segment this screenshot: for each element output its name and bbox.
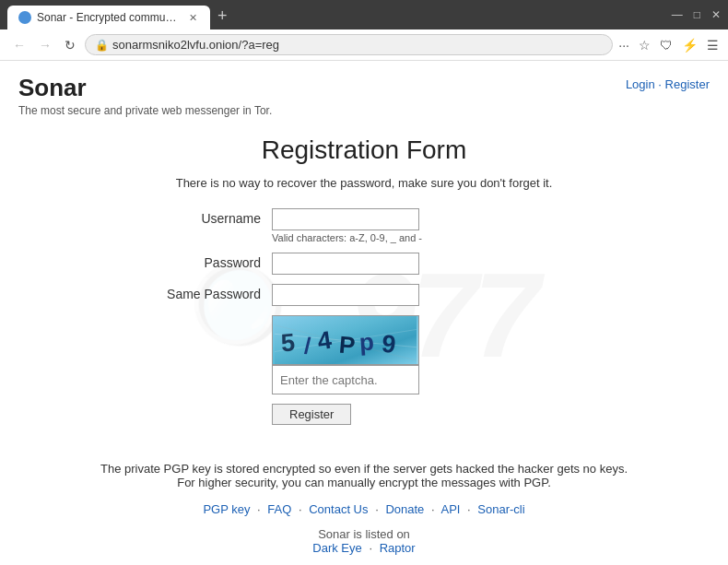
shield-icon: 🛡: [660, 38, 673, 53]
password-input[interactable]: [272, 253, 419, 275]
maximize-button[interactable]: □: [694, 8, 700, 21]
svg-text:P: P: [338, 331, 357, 359]
captcha-input[interactable]: [272, 365, 419, 394]
bookmark-icon[interactable]: ☆: [639, 38, 651, 53]
footer-sep5: ·: [467, 502, 471, 516]
footer-raptor-link[interactable]: Raptor: [380, 541, 416, 555]
footer-pgp-line1: The private PGP key is stored encrypted …: [37, 462, 691, 476]
refresh-button[interactable]: ↻: [61, 36, 79, 54]
same-password-row: Same Password: [161, 284, 567, 306]
footer-sep2: ·: [299, 502, 302, 516]
footer-pgp-key-link[interactable]: PGP key: [203, 502, 250, 516]
browser-titlebar: Sonar - Encrypted communica... ✕ + — □ ✕: [0, 0, 728, 29]
site-header: Sonar The most secure and private web me…: [0, 61, 728, 126]
site-tagline: The most secure and private web messenge…: [18, 104, 272, 117]
footer-listing-sep: ·: [369, 541, 372, 555]
site-logo: Sonar: [18, 74, 272, 102]
username-row: Username Valid characters: a-Z, 0-9, _ a…: [161, 208, 567, 243]
footer-contact-link[interactable]: Contact Us: [309, 502, 368, 516]
username-hint: Valid characters: a-Z, 0-9, _ and -: [272, 232, 567, 243]
new-tab-button[interactable]: +: [210, 6, 235, 29]
site-footer: The private PGP key is stored encrypted …: [0, 443, 728, 565]
menu-button[interactable]: ☰: [707, 38, 719, 53]
page-title: Registration Form: [37, 135, 691, 165]
address-bar[interactable]: 🔒 sonarmsniko2lvfu.onion/?a=reg: [85, 34, 613, 55]
nav-extras: ··· ☆ 🛡 ⚡ ☰: [618, 38, 719, 53]
footer-listing-links: Dark Eye · Raptor: [37, 541, 691, 555]
url-text: sonarmsniko2lvfu.onion/?a=reg: [112, 38, 279, 52]
same-password-input[interactable]: [272, 284, 419, 306]
footer-pgp-info: The private PGP key is stored encrypted …: [37, 462, 691, 489]
page-content: 🔍 977 Sonar The most secure and private …: [0, 61, 728, 565]
header-nav: Login · Register: [626, 77, 710, 91]
same-password-field-wrap: [272, 284, 567, 306]
password-label: Password: [161, 253, 272, 270]
footer-sep1: ·: [257, 502, 261, 516]
header-sep: ·: [658, 77, 662, 91]
tab-title: Sonar - Encrypted communica...: [37, 11, 182, 24]
more-button[interactable]: ···: [618, 38, 629, 53]
close-window-button[interactable]: ✕: [711, 8, 721, 21]
registration-form: Username Valid characters: a-Z, 0-9, _ a…: [161, 208, 567, 425]
svg-text:p: p: [358, 328, 375, 357]
username-label: Username: [161, 208, 272, 226]
site-branding: Sonar The most secure and private web me…: [18, 74, 272, 117]
captcha-wrap: 5 / 4 P p 9: [272, 315, 567, 394]
footer-pgp-line2: For higher security, you can manually en…: [37, 476, 691, 489]
footer-api-link[interactable]: API: [440, 502, 460, 516]
password-row: Password: [161, 253, 567, 275]
username-field-wrap: Valid characters: a-Z, 0-9, _ and -: [272, 208, 567, 243]
same-password-label: Same Password: [161, 284, 272, 301]
tab-favicon: [18, 11, 31, 24]
captcha-image: 5 / 4 P p 9: [272, 315, 419, 365]
window-controls: — □ ✕: [672, 8, 721, 27]
password-field-wrap: [272, 253, 567, 275]
main-content: Registration Form There is no way to rec…: [0, 126, 728, 443]
footer-sep4: ·: [431, 502, 435, 516]
vpn-icon[interactable]: ⚡: [682, 38, 698, 53]
register-link[interactable]: Register: [665, 77, 710, 91]
login-link[interactable]: Login: [626, 77, 655, 91]
minimize-button[interactable]: —: [672, 8, 683, 21]
browser-window: Sonar - Encrypted communica... ✕ + — □ ✕…: [0, 0, 728, 565]
footer-faq-link[interactable]: FAQ: [267, 502, 291, 516]
register-button[interactable]: Register: [272, 404, 351, 425]
browser-addressbar: ← → ↻ 🔒 sonarmsniko2lvfu.onion/?a=reg ··…: [0, 29, 728, 61]
username-input[interactable]: [272, 208, 419, 230]
warning-text: There is no way to recover the password,…: [37, 176, 691, 190]
security-lock-icon: 🔒: [95, 39, 109, 52]
captcha-svg: 5 / 4 P p 9: [273, 316, 418, 364]
footer-listing: Sonar is listed on Dark Eye · Raptor: [37, 527, 691, 555]
tab-close-button[interactable]: ✕: [187, 12, 199, 24]
forward-button[interactable]: →: [35, 36, 55, 54]
register-button-wrap: Register: [272, 404, 567, 425]
footer-listed-on: Sonar is listed on: [37, 527, 691, 541]
svg-text:9: 9: [381, 330, 397, 359]
active-tab[interactable]: Sonar - Encrypted communica... ✕: [7, 6, 210, 29]
svg-text:5: 5: [280, 328, 297, 357]
footer-links: PGP key · FAQ · Contact Us · Donate · AP…: [37, 502, 691, 516]
footer-donate-link[interactable]: Donate: [385, 502, 424, 516]
footer-sonar-cli-link[interactable]: Sonar-cli: [477, 502, 524, 516]
footer-dark-eye-link[interactable]: Dark Eye: [312, 541, 361, 555]
back-button[interactable]: ←: [9, 36, 29, 54]
footer-sep3: ·: [375, 502, 379, 516]
